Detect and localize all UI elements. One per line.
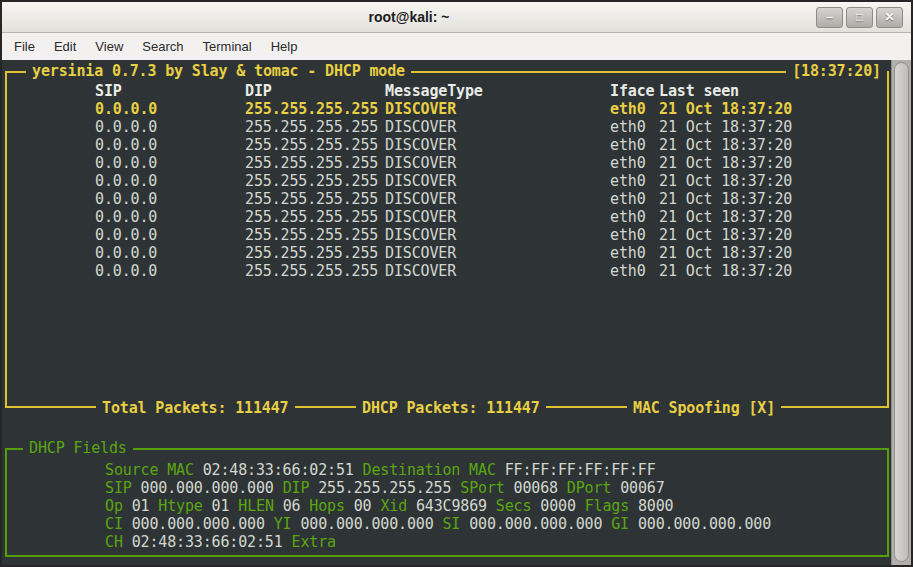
dhcp-field-line: Op 01 Htype 01 HLEN 06 Hops 00 Xid 643C9…: [105, 497, 673, 515]
packet-cell: 21 Oct 18:37:20: [659, 118, 792, 136]
field-label: Destination MAC: [354, 461, 496, 479]
packet-cell: eth0: [610, 226, 646, 244]
packet-row: 0.0.0.0255.255.255.255DISCOVEReth021 Oct…: [2, 118, 911, 136]
packet-row: 0.0.0.0255.255.255.255DISCOVEReth021 Oct…: [2, 190, 911, 208]
titlebar: root@kali: ~ – □ ✕: [2, 2, 911, 33]
packet-cell: 0.0.0.0: [95, 136, 157, 154]
packet-cell: 255.255.255.255: [245, 100, 378, 118]
close-button[interactable]: ✕: [876, 7, 903, 28]
packet-row: 0.0.0.0255.255.255.255DISCOVEReth021 Oct…: [2, 226, 911, 244]
field-value: 00067: [611, 479, 664, 497]
packet-cell: eth0: [610, 190, 646, 208]
menu-item-help[interactable]: Help: [267, 37, 302, 56]
column-header-sip: SIP: [95, 82, 122, 100]
field-value: 01: [203, 497, 230, 515]
field-label: Secs: [487, 497, 531, 515]
field-label: YI: [265, 515, 292, 533]
scrollbar-thumb[interactable]: [894, 62, 909, 562]
packet-cell: 21 Oct 18:37:20: [659, 154, 792, 172]
packet-cell: DISCOVER: [385, 208, 456, 226]
field-value: 0000: [531, 497, 575, 515]
field-value: 00: [345, 497, 372, 515]
packet-row: 0.0.0.0255.255.255.255DISCOVEReth021 Oct…: [2, 172, 911, 190]
field-label: Hops: [300, 497, 344, 515]
packet-cell: eth0: [610, 208, 646, 226]
packet-cell: eth0: [610, 154, 646, 172]
dhcp-field-line: Source MAC 02:48:33:66:02:51 Destination…: [105, 461, 656, 479]
menu-item-terminal[interactable]: Terminal: [199, 37, 256, 56]
packet-cell: 0.0.0.0: [95, 208, 157, 226]
column-header-last-seen: Last seen: [659, 82, 739, 100]
packet-cell: 255.255.255.255: [245, 136, 378, 154]
menu-item-file[interactable]: File: [10, 37, 39, 56]
field-label: SPort: [451, 479, 504, 497]
field-value: 8000: [629, 497, 673, 515]
monitor-clock: [18:37:20]: [786, 64, 887, 79]
packet-cell: DISCOVER: [385, 118, 456, 136]
packet-cell: 0.0.0.0: [95, 244, 157, 262]
packet-cell: eth0: [610, 136, 646, 154]
field-value: 000.000.000.000: [460, 515, 602, 533]
menu-item-edit[interactable]: Edit: [50, 37, 80, 56]
maximize-button[interactable]: □: [846, 7, 873, 28]
dhcp-field-line: SIP 000.000.000.000 DIP 255.255.255.255 …: [105, 479, 665, 497]
field-label: SI: [434, 515, 461, 533]
field-value: 06: [274, 497, 301, 515]
field-label: HLEN: [229, 497, 273, 515]
monitor-title: yersinia 0.7.3 by Slay & tomac - DHCP mo…: [26, 64, 411, 79]
packet-cell: 21 Oct 18:37:20: [659, 208, 792, 226]
field-value: 643C9869: [407, 497, 487, 515]
field-label: Op: [105, 497, 123, 515]
dhcp-fields-title: DHCP Fields: [23, 441, 133, 456]
packet-cell: 21 Oct 18:37:20: [659, 190, 792, 208]
packet-cell: 0.0.0.0: [95, 226, 157, 244]
packet-cell: 21 Oct 18:37:20: [659, 262, 792, 280]
field-label: Flags: [576, 497, 629, 515]
packet-cell: 255.255.255.255: [245, 118, 378, 136]
field-label: Htype: [149, 497, 202, 515]
column-header-messagetype: MessageType: [385, 82, 483, 100]
field-label: GI: [602, 515, 629, 533]
field-label: DIP: [274, 479, 310, 497]
menu-item-view[interactable]: View: [91, 37, 127, 56]
packet-cell: 0.0.0.0: [95, 172, 157, 190]
packet-cell: 21 Oct 18:37:20: [659, 244, 792, 262]
mac-spoofing-toggle: MAC Spoofing [X]: [627, 399, 781, 417]
packet-cell: 21 Oct 18:37:20: [659, 136, 792, 154]
packet-cell: DISCOVER: [385, 226, 456, 244]
menu-item-search[interactable]: Search: [138, 37, 187, 56]
column-header-iface: Iface: [610, 82, 654, 100]
packet-cell: 21 Oct 18:37:20: [659, 172, 792, 190]
packet-cell: 255.255.255.255: [245, 226, 378, 244]
packet-row: 0.0.0.0255.255.255.255DISCOVEReth021 Oct…: [2, 154, 911, 172]
field-label: CH: [105, 533, 123, 551]
column-headers: SIP DIP MessageType Iface Last seen: [2, 82, 911, 100]
packet-cell: 255.255.255.255: [245, 262, 378, 280]
total-packets-counter: Total Packets: 111447: [96, 399, 295, 417]
field-value: 02:48:33:66:02:51: [194, 461, 354, 479]
field-value: FF:FF:FF:FF:FF:FF: [496, 461, 656, 479]
packet-cell: 255.255.255.255: [245, 172, 378, 190]
field-value: 000.000.000.000: [132, 479, 274, 497]
packet-cell: DISCOVER: [385, 262, 456, 280]
packet-cell: eth0: [610, 118, 646, 136]
dhcp-field-line: CH 02:48:33:66:02:51 Extra: [105, 533, 336, 551]
field-value: 000.000.000.000: [123, 515, 265, 533]
packet-row: 0.0.0.0255.255.255.255DISCOVEReth021 Oct…: [2, 262, 911, 280]
packet-row: 0.0.0.0255.255.255.255DISCOVEReth021 Oct…: [2, 136, 911, 154]
field-value: 00068: [505, 479, 558, 497]
scrollbar-track[interactable]: [891, 60, 911, 565]
packet-cell: 255.255.255.255: [245, 190, 378, 208]
packet-cell: 0.0.0.0: [95, 190, 157, 208]
field-label: DPort: [558, 479, 611, 497]
packet-cell: DISCOVER: [385, 154, 456, 172]
packet-cell: eth0: [610, 262, 646, 280]
dhcp-field-line: CI 000.000.000.000 YI 000.000.000.000 SI…: [105, 515, 771, 533]
terminal-screen[interactable]: yersinia 0.7.3 by Slay & tomac - DHCP mo…: [2, 60, 911, 565]
field-value: 000.000.000.000: [629, 515, 771, 533]
minimize-button[interactable]: –: [816, 7, 843, 28]
close-icon: ✕: [884, 10, 894, 24]
packet-cell: 0.0.0.0: [95, 154, 157, 172]
window-controls: – □ ✕: [816, 7, 911, 28]
packet-row: 0.0.0.0255.255.255.255DISCOVEReth021 Oct…: [2, 208, 911, 226]
